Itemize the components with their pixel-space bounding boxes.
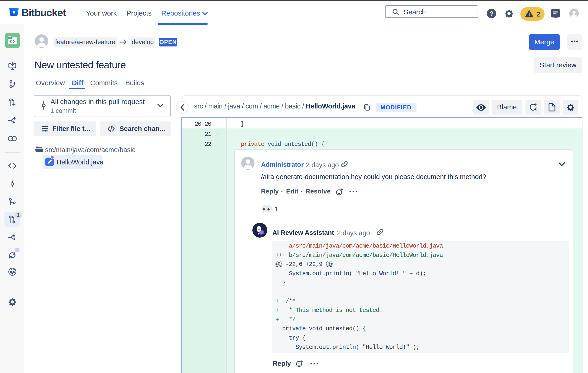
svg-text:?: ? [490,10,494,17]
